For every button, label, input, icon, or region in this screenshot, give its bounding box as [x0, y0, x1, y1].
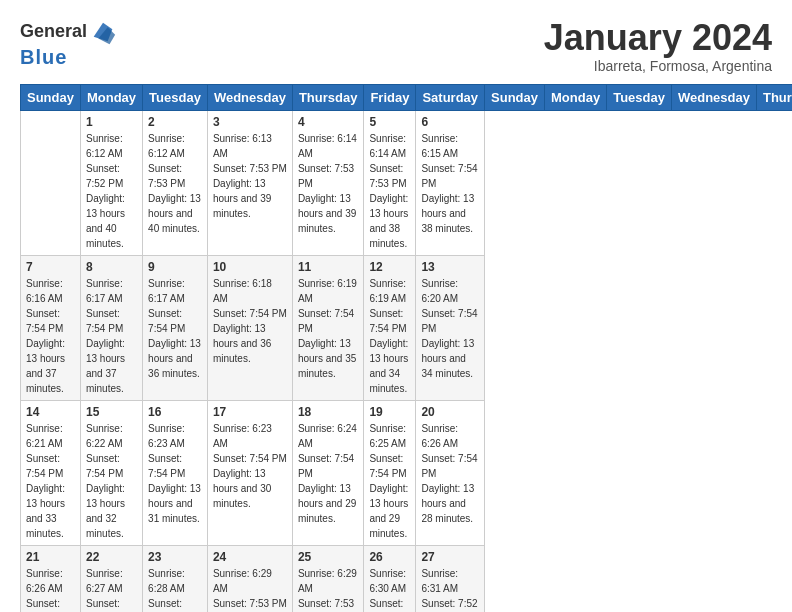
cell-date: 24 [213, 550, 287, 564]
cell-date: 11 [298, 260, 359, 274]
cell-date: 27 [421, 550, 479, 564]
week-row-2: 14Sunrise: 6:21 AMSunset: 7:54 PMDayligh… [21, 400, 793, 545]
cell-date: 22 [86, 550, 137, 564]
calendar-page: General Blue January 2024 Ibarreta, Form… [0, 0, 792, 612]
cell-info: Sunrise: 6:31 AMSunset: 7:52 PMDaylight:… [421, 566, 479, 612]
day-header-thursday: Thursday [756, 84, 792, 110]
cell-info: Sunrise: 6:29 AMSunset: 7:53 PMDaylight:… [298, 566, 359, 612]
calendar-cell: 5Sunrise: 6:14 AMSunset: 7:53 PMDaylight… [364, 110, 416, 255]
calendar-cell: 6Sunrise: 6:15 AMSunset: 7:54 PMDaylight… [416, 110, 485, 255]
day-header-sunday: Sunday [485, 84, 545, 110]
cell-info: Sunrise: 6:23 AMSunset: 7:54 PMDaylight:… [213, 421, 287, 511]
calendar-title: January 2024 [544, 18, 772, 58]
cell-info: Sunrise: 6:27 AMSunset: 7:53 PMDaylight:… [86, 566, 137, 612]
day-header: Tuesday [143, 84, 208, 110]
cell-date: 6 [421, 115, 479, 129]
cell-date: 17 [213, 405, 287, 419]
day-header-monday: Monday [545, 84, 607, 110]
calendar-cell: 14Sunrise: 6:21 AMSunset: 7:54 PMDayligh… [21, 400, 81, 545]
cell-date: 1 [86, 115, 137, 129]
day-header-wednesday: Wednesday [671, 84, 756, 110]
cell-date: 19 [369, 405, 410, 419]
logo: General Blue [20, 18, 117, 68]
calendar-cell: 9Sunrise: 6:17 AMSunset: 7:54 PMDaylight… [143, 255, 208, 400]
cell-info: Sunrise: 6:16 AMSunset: 7:54 PMDaylight:… [26, 276, 75, 396]
cell-date: 23 [148, 550, 202, 564]
calendar-cell: 24Sunrise: 6:29 AMSunset: 7:53 PMDayligh… [207, 545, 292, 612]
day-header: Monday [80, 84, 142, 110]
cell-info: Sunrise: 6:23 AMSunset: 7:54 PMDaylight:… [148, 421, 202, 526]
calendar-cell: 26Sunrise: 6:30 AMSunset: 7:52 PMDayligh… [364, 545, 416, 612]
calendar-cell: 22Sunrise: 6:27 AMSunset: 7:53 PMDayligh… [80, 545, 142, 612]
cell-date: 14 [26, 405, 75, 419]
calendar-cell: 17Sunrise: 6:23 AMSunset: 7:54 PMDayligh… [207, 400, 292, 545]
cell-info: Sunrise: 6:12 AMSunset: 7:53 PMDaylight:… [148, 131, 202, 236]
cell-date: 18 [298, 405, 359, 419]
calendar-table: SundayMondayTuesdayWednesdayThursdayFrid… [20, 84, 792, 612]
cell-date: 25 [298, 550, 359, 564]
day-header: Friday [364, 84, 416, 110]
cell-info: Sunrise: 6:21 AMSunset: 7:54 PMDaylight:… [26, 421, 75, 541]
calendar-cell: 19Sunrise: 6:25 AMSunset: 7:54 PMDayligh… [364, 400, 416, 545]
cell-info: Sunrise: 6:29 AMSunset: 7:53 PMDaylight:… [213, 566, 287, 612]
cell-info: Sunrise: 6:22 AMSunset: 7:54 PMDaylight:… [86, 421, 137, 541]
cell-info: Sunrise: 6:19 AMSunset: 7:54 PMDaylight:… [298, 276, 359, 381]
cell-date: 16 [148, 405, 202, 419]
day-header: Saturday [416, 84, 485, 110]
calendar-cell: 4Sunrise: 6:14 AMSunset: 7:53 PMDaylight… [292, 110, 364, 255]
cell-date: 9 [148, 260, 202, 274]
logo-text-blue: Blue [20, 46, 67, 68]
calendar-cell: 2Sunrise: 6:12 AMSunset: 7:53 PMDaylight… [143, 110, 208, 255]
cell-info: Sunrise: 6:17 AMSunset: 7:54 PMDaylight:… [86, 276, 137, 396]
calendar-cell: 7Sunrise: 6:16 AMSunset: 7:54 PMDaylight… [21, 255, 81, 400]
cell-date: 15 [86, 405, 137, 419]
calendar-cell: 21Sunrise: 6:26 AMSunset: 7:54 PMDayligh… [21, 545, 81, 612]
cell-date: 4 [298, 115, 359, 129]
week-row-1: 7Sunrise: 6:16 AMSunset: 7:54 PMDaylight… [21, 255, 793, 400]
calendar-cell [21, 110, 81, 255]
logo-icon [89, 18, 117, 46]
cell-info: Sunrise: 6:13 AMSunset: 7:53 PMDaylight:… [213, 131, 287, 221]
calendar-cell: 15Sunrise: 6:22 AMSunset: 7:54 PMDayligh… [80, 400, 142, 545]
header-row: SundayMondayTuesdayWednesdayThursdayFrid… [21, 84, 793, 110]
week-row-3: 21Sunrise: 6:26 AMSunset: 7:54 PMDayligh… [21, 545, 793, 612]
cell-info: Sunrise: 6:12 AMSunset: 7:52 PMDaylight:… [86, 131, 137, 251]
cell-info: Sunrise: 6:17 AMSunset: 7:54 PMDaylight:… [148, 276, 202, 381]
cell-info: Sunrise: 6:30 AMSunset: 7:52 PMDaylight:… [369, 566, 410, 612]
cell-info: Sunrise: 6:26 AMSunset: 7:54 PMDaylight:… [421, 421, 479, 526]
calendar-cell: 25Sunrise: 6:29 AMSunset: 7:53 PMDayligh… [292, 545, 364, 612]
cell-date: 12 [369, 260, 410, 274]
cell-date: 20 [421, 405, 479, 419]
calendar-cell: 27Sunrise: 6:31 AMSunset: 7:52 PMDayligh… [416, 545, 485, 612]
week-row-0: 1Sunrise: 6:12 AMSunset: 7:52 PMDaylight… [21, 110, 793, 255]
cell-info: Sunrise: 6:14 AMSunset: 7:53 PMDaylight:… [369, 131, 410, 251]
calendar-cell: 11Sunrise: 6:19 AMSunset: 7:54 PMDayligh… [292, 255, 364, 400]
cell-date: 5 [369, 115, 410, 129]
cell-date: 21 [26, 550, 75, 564]
day-header: Sunday [21, 84, 81, 110]
calendar-cell: 3Sunrise: 6:13 AMSunset: 7:53 PMDaylight… [207, 110, 292, 255]
day-header: Thursday [292, 84, 364, 110]
calendar-cell: 12Sunrise: 6:19 AMSunset: 7:54 PMDayligh… [364, 255, 416, 400]
cell-info: Sunrise: 6:25 AMSunset: 7:54 PMDaylight:… [369, 421, 410, 541]
cell-date: 10 [213, 260, 287, 274]
cell-date: 8 [86, 260, 137, 274]
cell-info: Sunrise: 6:19 AMSunset: 7:54 PMDaylight:… [369, 276, 410, 396]
logo-text: General [20, 22, 87, 42]
calendar-cell: 18Sunrise: 6:24 AMSunset: 7:54 PMDayligh… [292, 400, 364, 545]
calendar-cell: 16Sunrise: 6:23 AMSunset: 7:54 PMDayligh… [143, 400, 208, 545]
cell-date: 13 [421, 260, 479, 274]
calendar-cell: 8Sunrise: 6:17 AMSunset: 7:54 PMDaylight… [80, 255, 142, 400]
cell-date: 2 [148, 115, 202, 129]
title-block: January 2024 Ibarreta, Formosa, Argentin… [544, 18, 772, 74]
day-header-tuesday: Tuesday [607, 84, 672, 110]
calendar-subtitle: Ibarreta, Formosa, Argentina [544, 58, 772, 74]
cell-info: Sunrise: 6:15 AMSunset: 7:54 PMDaylight:… [421, 131, 479, 236]
cell-info: Sunrise: 6:26 AMSunset: 7:54 PMDaylight:… [26, 566, 75, 612]
calendar-cell: 13Sunrise: 6:20 AMSunset: 7:54 PMDayligh… [416, 255, 485, 400]
header: General Blue January 2024 Ibarreta, Form… [20, 18, 772, 74]
calendar-cell: 23Sunrise: 6:28 AMSunset: 7:53 PMDayligh… [143, 545, 208, 612]
cell-info: Sunrise: 6:14 AMSunset: 7:53 PMDaylight:… [298, 131, 359, 236]
cell-info: Sunrise: 6:24 AMSunset: 7:54 PMDaylight:… [298, 421, 359, 526]
day-header: Wednesday [207, 84, 292, 110]
